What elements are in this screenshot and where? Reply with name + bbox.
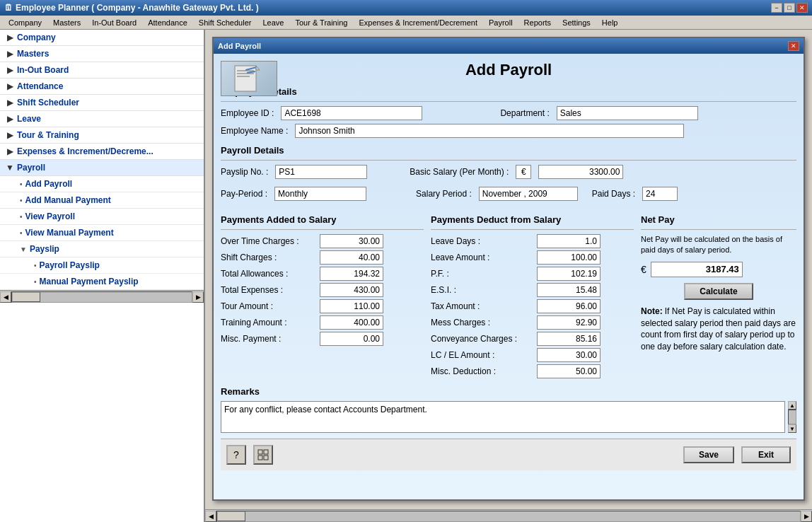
deduction-input[interactable] xyxy=(537,234,601,248)
textarea-scroll-down[interactable]: ▼ xyxy=(788,424,796,433)
save-button[interactable]: Save xyxy=(683,446,734,463)
deduction-input[interactable] xyxy=(537,364,601,378)
svg-marker-4 xyxy=(256,66,260,70)
scroll-right-btn[interactable]: ▶ xyxy=(192,291,204,303)
chevron-right-icon: ▶ xyxy=(6,98,14,107)
payroll-details-title: Payroll Details xyxy=(221,145,796,156)
sidebar-item-tour[interactable]: ▶ Tour & Training xyxy=(0,127,204,144)
minimize-button[interactable]: − xyxy=(771,3,782,13)
inner-close-button[interactable]: ✕ xyxy=(788,41,799,51)
scroll-right-content[interactable]: ▶ xyxy=(801,511,812,522)
menu-expenses[interactable]: Expenses & Increment/Decrement xyxy=(353,17,483,28)
payment-input[interactable] xyxy=(320,332,383,346)
maximize-button[interactable]: □ xyxy=(784,3,795,13)
deduction-input[interactable] xyxy=(537,283,601,297)
scroll-thumb[interactable] xyxy=(12,292,40,302)
sidebar-item-attendance[interactable]: ▶ Attendance xyxy=(0,79,204,95)
payment-input[interactable] xyxy=(320,299,383,313)
scroll-thumb-content[interactable] xyxy=(217,511,245,521)
menu-reports[interactable]: Reports xyxy=(518,17,557,28)
inner-title-bar: Add Payroll ✕ xyxy=(214,38,804,54)
exit-button[interactable]: Exit xyxy=(741,446,791,463)
bullet-icon: • xyxy=(20,197,23,204)
sidebar-item-leave[interactable]: ▶ Leave xyxy=(0,111,204,127)
sidebar-item-add-payroll[interactable]: • Add Payroll xyxy=(0,176,204,192)
sidebar-item-view-payroll[interactable]: • View Payroll xyxy=(0,209,204,225)
sidebar-item-expenses[interactable]: ▶ Expenses & Increment/Decreme... xyxy=(0,144,204,160)
payment-input[interactable] xyxy=(320,234,383,248)
payment-input[interactable] xyxy=(320,283,383,297)
separator-2 xyxy=(221,160,796,161)
payment-label: Tour Amount : xyxy=(221,301,313,311)
basic-salary-label: Basic Salary (Per Month) : xyxy=(410,167,509,177)
deduction-input[interactable] xyxy=(537,299,601,313)
bullet-icon: • xyxy=(34,278,37,286)
payment-input[interactable] xyxy=(320,315,383,330)
menu-attendance[interactable]: Attendance xyxy=(142,17,193,28)
deduction-input[interactable] xyxy=(537,267,601,281)
sidebar-label-attendance: Attendance xyxy=(17,81,63,91)
menu-help[interactable]: Help xyxy=(596,17,624,28)
deduction-row: Conveyance Charges : xyxy=(431,332,634,346)
basic-salary-currency xyxy=(516,165,531,179)
menu-masters[interactable]: Masters xyxy=(47,17,86,28)
sidebar-item-view-manual[interactable]: • View Manual Payment xyxy=(0,225,204,241)
employee-id-input[interactable] xyxy=(281,106,422,120)
deduction-label: Misc. Deduction : xyxy=(431,366,530,376)
sidebar-item-masters[interactable]: ▶ Masters xyxy=(0,46,204,62)
scroll-left-content[interactable]: ◀ xyxy=(205,511,216,522)
remarks-textarea[interactable]: For any conflict, please contact Account… xyxy=(221,401,785,433)
menu-payroll[interactable]: Payroll xyxy=(483,17,518,28)
net-pay-input[interactable] xyxy=(651,262,743,277)
sidebar-item-manual-payslip[interactable]: • Manual Payment Payslip xyxy=(0,274,204,290)
deduction-input[interactable] xyxy=(537,332,601,346)
title-bar-controls[interactable]: − □ ✕ xyxy=(771,3,808,13)
deduction-input[interactable] xyxy=(537,250,601,265)
paid-days-input[interactable] xyxy=(642,187,678,201)
department-input[interactable] xyxy=(557,106,698,120)
help-icon-button[interactable]: ? xyxy=(226,445,246,465)
sidebar-item-add-manual[interactable]: • Add Manual Payment xyxy=(0,192,204,209)
close-button[interactable]: ✕ xyxy=(796,3,808,13)
grid-icon-button[interactable] xyxy=(253,445,273,465)
payment-input[interactable] xyxy=(320,250,383,265)
menu-inout[interactable]: In-Out Board xyxy=(86,17,142,28)
salary-period-input[interactable] xyxy=(479,187,578,201)
menu-shift[interactable]: Shift Scheduler xyxy=(193,17,257,28)
svg-rect-0 xyxy=(235,66,256,91)
menu-leave[interactable]: Leave xyxy=(257,17,289,28)
deduction-label: E.S.I. : xyxy=(431,285,530,295)
menu-company[interactable]: Company xyxy=(3,17,47,28)
sidebar-item-inout[interactable]: ▶ In-Out Board xyxy=(0,62,204,79)
payslip-no-input[interactable] xyxy=(275,165,367,179)
sidebar-item-payslip[interactable]: ▼ Payslip xyxy=(0,241,204,257)
calculate-button[interactable]: Calculate xyxy=(684,283,753,300)
remarks-title: Remarks xyxy=(221,386,796,397)
deduction-input[interactable] xyxy=(537,348,601,362)
note-content: If Net Pay is calculated within selected… xyxy=(641,306,796,352)
employee-name-label: Employee Name : xyxy=(221,126,288,136)
sidebar-scrollbar[interactable]: ◀ ▶ xyxy=(0,290,204,303)
deduction-input[interactable] xyxy=(537,315,601,330)
sidebar-item-payroll-payslip[interactable]: • Payroll Payslip xyxy=(0,257,204,274)
sidebar-item-payroll[interactable]: ▼ Payroll xyxy=(0,160,204,176)
textarea-scroll-up[interactable]: ▲ xyxy=(788,401,796,410)
sidebar-item-shift[interactable]: ▶ Shift Scheduler xyxy=(0,95,204,111)
payment-label: Training Amount : xyxy=(221,318,313,327)
deduction-label: P.F. : xyxy=(431,269,530,279)
deduction-row: E.S.I. : xyxy=(431,283,634,297)
app-icon: 🗓 xyxy=(4,3,13,13)
menu-settings[interactable]: Settings xyxy=(557,17,596,28)
paid-days-label: Paid Days : xyxy=(592,189,635,199)
pay-period-input[interactable] xyxy=(274,187,366,201)
employee-name-input[interactable] xyxy=(295,124,684,138)
payment-input[interactable] xyxy=(320,267,383,281)
sidebar-item-company[interactable]: ▶ Company xyxy=(0,30,204,46)
payment-label: Over Time Charges : xyxy=(221,236,313,246)
scroll-left-btn[interactable]: ◀ xyxy=(0,291,11,303)
basic-salary-input[interactable] xyxy=(538,165,623,179)
menu-tour[interactable]: Tour & Training xyxy=(289,17,353,28)
payments-added-rows: Over Time Charges : Shift Charges : Tota… xyxy=(221,234,424,346)
net-pay-section: Net Pay Net Pay will be calculated on th… xyxy=(641,209,796,381)
horizontal-scrollbar[interactable]: ◀ ▶ xyxy=(205,509,812,522)
